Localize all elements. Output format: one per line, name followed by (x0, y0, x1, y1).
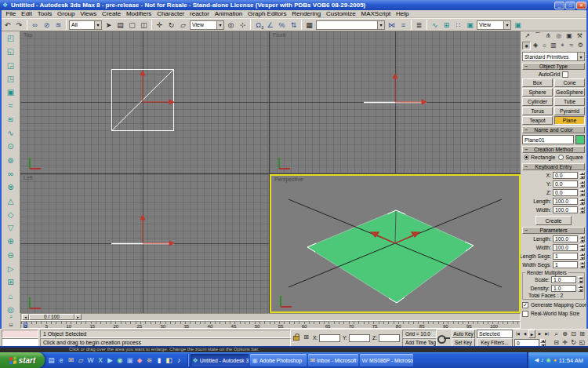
select-by-name-icon[interactable]: ▤ (114, 19, 126, 31)
z-coord-input[interactable] (379, 334, 400, 342)
viewport-left[interactable]: Left (20, 174, 269, 313)
category-space-warps-icon[interactable]: ≈ (567, 42, 575, 50)
quick-launch-icon[interactable]: X (96, 356, 105, 365)
category-geometry-icon[interactable]: ● (522, 42, 531, 50)
align-icon[interactable]: ≡ (397, 19, 409, 31)
radio-icon[interactable] (558, 155, 564, 160)
previous-frame-icon[interactable]: ◀ (521, 330, 528, 338)
maximize-button-icon[interactable]: □ (565, 2, 575, 9)
select-and-manipulate-icon[interactable]: ⊹ (237, 19, 249, 31)
object-name-input[interactable]: Plane01 (522, 135, 574, 144)
create-fracture-icon[interactable]: ⊗ (5, 181, 17, 194)
viewport-front[interactable]: Front (270, 31, 521, 173)
chevron-down-icon[interactable] (577, 53, 584, 60)
density-input[interactable]: 1.0 (551, 285, 576, 292)
menu-edit[interactable]: Edit (19, 10, 35, 17)
track-bar[interactable]: 0510152025303540455055606570758085909510… (20, 321, 521, 329)
go-to-end-icon[interactable]: ▶| (543, 330, 550, 338)
menu-modifiers[interactable]: Modifiers (124, 10, 154, 17)
selection-filter-combo[interactable]: All (69, 20, 102, 30)
tab-modify-icon[interactable]: ⌒ (533, 32, 542, 41)
quick-launch-icon[interactable]: ▮ (155, 356, 164, 365)
create-spring-icon[interactable]: ▽ (5, 222, 17, 235)
x-input[interactable]: 0.0 (553, 172, 578, 179)
create-animation-icon[interactable]: ⊞ (5, 276, 17, 289)
select-and-scale-icon[interactable]: ▱ (177, 19, 189, 31)
spinner[interactable] (579, 189, 585, 196)
rollout-creation-method[interactable]: Creation Method (522, 146, 585, 153)
pyramid-button[interactable]: Pyramid (554, 107, 585, 115)
rollout-parameters[interactable]: Parameters (522, 227, 585, 234)
quick-launch-icon[interactable]: ◧ (165, 356, 173, 365)
create-plane-icon[interactable]: ◇ (5, 209, 17, 221)
viewport-perspective-active[interactable]: Perspective (270, 174, 521, 313)
start-button[interactable]: start (0, 352, 45, 368)
viewport-front-label[interactable]: Front (273, 32, 285, 38)
tube-button[interactable]: Tube (554, 97, 585, 106)
render-type-combo[interactable]: View (477, 20, 511, 30)
generate-mapping-checkbox-checked[interactable] (522, 302, 528, 308)
create-toy-car-icon[interactable]: △ (5, 195, 17, 208)
quick-launch-icon[interactable]: ≋ (145, 356, 154, 365)
torus-button[interactable]: Torus (522, 107, 553, 115)
create-linear-dashpot-icon[interactable]: ⊕ (5, 235, 17, 248)
zoom-all-icon[interactable]: ⊕ (561, 330, 569, 338)
previous-frame-arrow-icon[interactable] (22, 314, 29, 320)
quick-launch-icon[interactable]: ✉ (67, 356, 75, 365)
snap-toggle-icon[interactable]: Ω3 (252, 19, 264, 31)
front-viewport-canvas[interactable] (270, 31, 521, 173)
named-selection-sets-combo[interactable] (316, 20, 385, 30)
maxscript-mini-listener-pink[interactable] (2, 330, 38, 338)
quick-launch-icon[interactable]: ♪ (175, 356, 183, 365)
deforming-mesh-collection-icon[interactable]: ▣ (5, 86, 17, 99)
axis-gizmo[interactable] (393, 74, 426, 104)
apply-cloth-modifier-icon[interactable]: ≈ (5, 100, 17, 112)
cylinder-button[interactable]: Cylinder (522, 97, 553, 106)
zoom-icon[interactable]: ⌕ (552, 330, 561, 338)
category-lights-icon[interactable]: ☼ (540, 42, 549, 50)
spinner[interactable] (578, 276, 583, 283)
task-button-outlook[interactable]: ✉Inbox - Microsoft Out... (308, 354, 358, 366)
axis-gizmo[interactable] (140, 215, 174, 246)
param-length-input[interactable]: 100.0 (553, 235, 578, 242)
menu-reactor[interactable]: reactor (187, 10, 212, 17)
tab-motion-icon[interactable]: ◎ (554, 32, 563, 41)
square-radio-option[interactable]: Square (558, 155, 583, 160)
quick-render-icon[interactable]: ▣ (512, 19, 524, 31)
select-and-link-icon[interactable]: ∞ (29, 19, 41, 31)
quick-launch-icon[interactable]: ▤ (47, 356, 56, 365)
width-segs-input[interactable]: 1 (553, 261, 578, 268)
plane-object-shaded[interactable] (307, 210, 474, 303)
create-motor-icon[interactable]: ∞ (5, 168, 17, 180)
select-and-move-icon[interactable]: ✛ (154, 19, 165, 31)
quick-launch-icon[interactable]: ◆ (136, 356, 144, 365)
clock[interactable]: 11:54 AM (559, 357, 583, 364)
analyze-world-icon[interactable]: ⌂ (5, 290, 17, 303)
render-scene-icon[interactable]: ▣ (464, 19, 476, 31)
tab-display-icon[interactable]: ▣ (564, 32, 573, 41)
create-button[interactable]: Create (535, 216, 572, 225)
layer-manager-icon[interactable]: ≣ (413, 19, 425, 31)
create-angular-dashpot-icon[interactable]: ⊖ (5, 250, 17, 262)
rope-collection-icon[interactable]: ◳ (5, 73, 17, 86)
rectangle-radio-option[interactable]: Rectangle (524, 155, 556, 160)
spinner-snap-icon[interactable]: ⇅ (288, 19, 299, 31)
apply-rope-modifier-icon[interactable]: ∿ (5, 127, 17, 140)
menu-create[interactable]: Create (100, 10, 124, 17)
quick-launch-icon[interactable]: ◉ (116, 356, 125, 365)
spinner[interactable] (579, 198, 585, 205)
redo-icon[interactable]: ↷ (13, 19, 25, 31)
task-button-word[interactable]: WMS086P - Microsoft W... (360, 354, 413, 366)
quick-launch-icon[interactable]: W (86, 356, 95, 365)
viewport-left-label[interactable]: Left (24, 175, 33, 180)
spinner[interactable] (579, 172, 585, 179)
selection-lock-icon[interactable] (293, 336, 299, 341)
mirror-icon[interactable]: ⋈ (386, 19, 397, 31)
menu-animation[interactable]: Animation (212, 10, 245, 17)
spinner[interactable] (579, 244, 585, 251)
set-key-mode-icon[interactable] (437, 333, 450, 343)
tray-sound-icon[interactable]: ♪ (541, 356, 544, 364)
param-width-input[interactable]: 100.0 (553, 244, 578, 251)
go-to-start-icon[interactable]: |◀ (514, 330, 521, 338)
task-button-photoshop[interactable]: ▣Adobe Photoshop (250, 354, 307, 366)
